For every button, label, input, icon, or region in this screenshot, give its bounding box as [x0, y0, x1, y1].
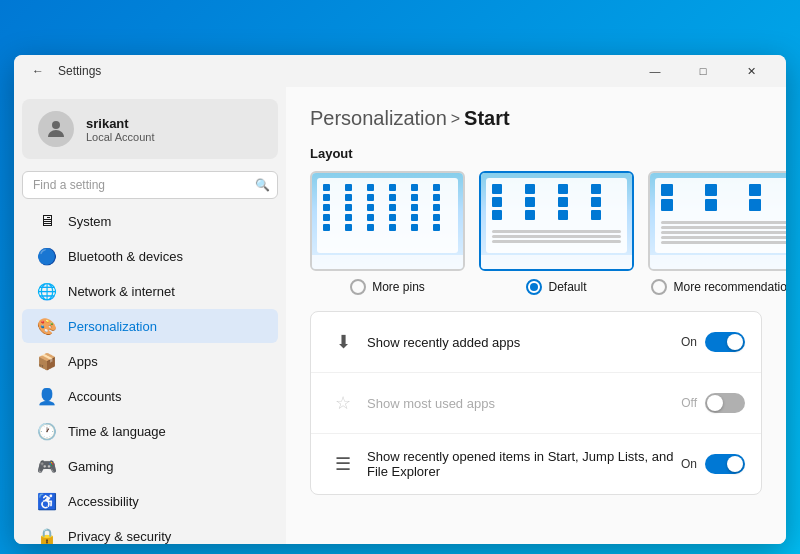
window-title: Settings — [58, 64, 101, 78]
breadcrumb-current: Start — [464, 107, 510, 130]
nav-list: 🖥 System 🔵 Bluetooth & devices 🌐 Network… — [14, 203, 286, 544]
layout-radio-row-more-pins: More pins — [350, 279, 425, 295]
accounts-nav-icon: 👤 — [38, 387, 56, 405]
toggle-wrap-recently-added: On — [681, 332, 745, 352]
layout-thumb-more-pins — [310, 171, 465, 271]
layout-label-more-pins: More pins — [372, 280, 425, 294]
user-info: srikant Local Account — [86, 116, 155, 143]
toggle-label-most-used: Off — [681, 396, 697, 410]
close-button[interactable]: ✕ — [728, 55, 774, 87]
search-box: 🔍 — [22, 171, 278, 199]
setting-title-recently-opened: Show recently opened items in Start, Jum… — [367, 449, 681, 479]
sidebar-item-bluetooth[interactable]: 🔵 Bluetooth & devices — [22, 239, 278, 273]
sidebar: srikant Local Account 🔍 🖥 System 🔵 Bluet… — [14, 87, 286, 544]
breadcrumb-parent: Personalization — [310, 107, 447, 130]
personalization-nav-label: Personalization — [68, 319, 157, 334]
avatar — [38, 111, 74, 147]
layout-thumb-more-recommendations — [648, 171, 786, 271]
sidebar-item-gaming[interactable]: 🎮 Gaming — [22, 449, 278, 483]
setting-text-recently-opened: Show recently opened items in Start, Jum… — [367, 449, 681, 479]
radio-more-pins[interactable] — [350, 279, 366, 295]
toggle-knob-recently-opened — [727, 456, 743, 472]
breadcrumb-separator: > — [451, 110, 460, 128]
bluetooth-nav-icon: 🔵 — [38, 247, 56, 265]
setting-text-recently-added: Show recently added apps — [367, 335, 681, 350]
sidebar-item-apps[interactable]: 📦 Apps — [22, 344, 278, 378]
personalization-nav-icon: 🎨 — [38, 317, 56, 335]
toggle-most-used — [705, 393, 745, 413]
bluetooth-nav-label: Bluetooth & devices — [68, 249, 183, 264]
apps-nav-label: Apps — [68, 354, 98, 369]
layout-section-label: Layout — [310, 146, 762, 161]
settings-list: ⬇ Show recently added apps On ☆ Show mos… — [310, 311, 762, 495]
content-area: Personalization > Start Layout More pins — [286, 87, 786, 544]
system-nav-label: System — [68, 214, 111, 229]
setting-icon-recently-opened: ☰ — [327, 448, 359, 480]
accessibility-nav-label: Accessibility — [68, 494, 139, 509]
toggle-recently-added[interactable] — [705, 332, 745, 352]
setting-row-recently-added: ⬇ Show recently added apps On — [311, 312, 761, 373]
back-button[interactable]: ← — [26, 59, 50, 83]
title-bar-left: ← Settings — [26, 59, 101, 83]
gaming-nav-icon: 🎮 — [38, 457, 56, 475]
setting-icon-recently-added: ⬇ — [327, 326, 359, 358]
maximize-button[interactable]: □ — [680, 55, 726, 87]
layout-label-default: Default — [548, 280, 586, 294]
layout-options: More pins Default — [310, 171, 762, 295]
svg-point-0 — [52, 121, 60, 129]
layout-radio-row-default: Default — [526, 279, 586, 295]
radio-default[interactable] — [526, 279, 542, 295]
network-nav-label: Network & internet — [68, 284, 175, 299]
apps-nav-icon: 📦 — [38, 352, 56, 370]
sidebar-item-network[interactable]: 🌐 Network & internet — [22, 274, 278, 308]
sidebar-item-accessibility[interactable]: ♿ Accessibility — [22, 484, 278, 518]
toggle-label-recently-added: On — [681, 335, 697, 349]
radio-more-recommendations[interactable] — [651, 279, 667, 295]
sidebar-item-privacy[interactable]: 🔒 Privacy & security — [22, 519, 278, 544]
toggle-knob-recently-added — [727, 334, 743, 350]
setting-title-recently-added: Show recently added apps — [367, 335, 681, 350]
layout-label-more-recommendations: More recommendations — [673, 280, 786, 294]
settings-window: ← Settings — □ ✕ srikan — [14, 55, 786, 544]
sidebar-item-personalization[interactable]: 🎨 Personalization — [22, 309, 278, 343]
window-controls: — □ ✕ — [632, 55, 774, 87]
layout-option-more-recommendations[interactable]: More recommendations — [648, 171, 786, 295]
time-nav-icon: 🕐 — [38, 422, 56, 440]
accounts-nav-label: Accounts — [68, 389, 121, 404]
accessibility-nav-icon: ♿ — [38, 492, 56, 510]
toggle-wrap-most-used: Off — [681, 393, 745, 413]
search-input[interactable] — [22, 171, 278, 199]
network-nav-icon: 🌐 — [38, 282, 56, 300]
user-name: srikant — [86, 116, 155, 131]
privacy-nav-label: Privacy & security — [68, 529, 171, 544]
setting-row-recently-opened: ☰ Show recently opened items in Start, J… — [311, 434, 761, 494]
toggle-wrap-recently-opened: On — [681, 454, 745, 474]
setting-text-most-used: Show most used apps — [367, 396, 681, 411]
toggle-knob-most-used — [707, 395, 723, 411]
layout-option-more-pins[interactable]: More pins — [310, 171, 465, 295]
sidebar-item-time[interactable]: 🕐 Time & language — [22, 414, 278, 448]
layout-option-default[interactable]: Default — [479, 171, 634, 295]
privacy-nav-icon: 🔒 — [38, 527, 56, 544]
layout-radio-row-more-recommendations: More recommendations — [651, 279, 786, 295]
user-profile[interactable]: srikant Local Account — [22, 99, 278, 159]
user-type: Local Account — [86, 131, 155, 143]
toggle-recently-opened[interactable] — [705, 454, 745, 474]
minimize-button[interactable]: — — [632, 55, 678, 87]
gaming-nav-label: Gaming — [68, 459, 114, 474]
main-layout: srikant Local Account 🔍 🖥 System 🔵 Bluet… — [14, 87, 786, 544]
sidebar-item-accounts[interactable]: 👤 Accounts — [22, 379, 278, 413]
toggle-label-recently-opened: On — [681, 457, 697, 471]
breadcrumb: Personalization > Start — [310, 107, 762, 130]
time-nav-label: Time & language — [68, 424, 166, 439]
system-nav-icon: 🖥 — [38, 212, 56, 230]
setting-title-most-used: Show most used apps — [367, 396, 681, 411]
setting-icon-most-used: ☆ — [327, 387, 359, 419]
sidebar-item-system[interactable]: 🖥 System — [22, 204, 278, 238]
setting-row-most-used: ☆ Show most used apps Off — [311, 373, 761, 434]
title-bar: ← Settings — □ ✕ — [14, 55, 786, 87]
layout-thumb-default — [479, 171, 634, 271]
